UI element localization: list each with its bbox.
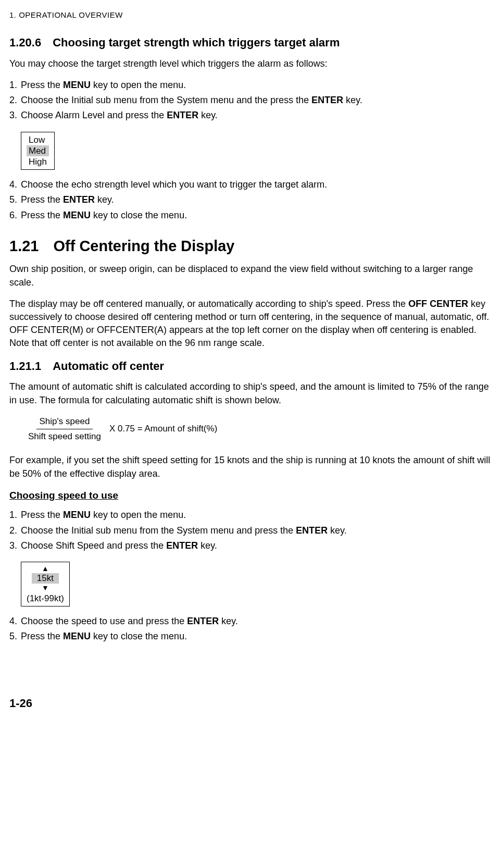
formula-rest: X 0.75 = Amount of shift(%) xyxy=(109,423,217,435)
steps-list-1: Press the MENU key to open the menu. Cho… xyxy=(9,79,495,122)
formula-numerator: Ship's speed xyxy=(36,415,93,429)
list-item: Choose the echo strength level which you… xyxy=(9,178,495,191)
fraction: Ship's speed Shift speed setting xyxy=(25,415,104,443)
shift-formula: Ship's speed Shift speed setting X 0.75 … xyxy=(25,415,495,443)
section-num: 1.21 xyxy=(9,236,39,257)
list-item: Press the MENU key to close the menu. xyxy=(9,630,495,643)
section-title: Automatic off center xyxy=(53,360,164,373)
option-high: High xyxy=(27,156,49,167)
section-1-20-6-heading: 1.20.6Choosing target strength which tri… xyxy=(9,35,495,51)
intro-text: You may choose the target strength level… xyxy=(9,57,495,70)
section-num: 1.20.6 xyxy=(9,35,41,51)
alarm-level-options: Low Med High xyxy=(21,132,55,170)
option-low: Low xyxy=(27,134,49,145)
option-med-selected: Med xyxy=(27,145,49,156)
list-item: Press the ENTER key. xyxy=(9,193,495,206)
paragraph: The amount of automatic shift is calcula… xyxy=(9,380,495,406)
list-item: Choose the Initial sub menu from the Sys… xyxy=(9,94,495,107)
paragraph: Own ship position, or sweep origin, can … xyxy=(9,263,495,289)
list-item: Press the MENU key to open the menu. xyxy=(9,79,495,92)
arrow-up-icon: ▲ xyxy=(42,564,49,573)
list-item: Choose Alarm Level and press the ENTER k… xyxy=(9,109,495,122)
shift-speed-spinner: ▲ 15kt ▼ (1kt-99kt) xyxy=(21,562,70,607)
steps-list-3: Press the MENU key to open the menu. Cho… xyxy=(9,509,495,552)
choosing-speed-subtitle: Choosing speed to use xyxy=(9,489,495,503)
page-number: 1-26 xyxy=(9,696,495,712)
formula-denominator: Shift speed setting xyxy=(25,429,104,443)
list-item: Choose Shift Speed and press the ENTER k… xyxy=(9,539,495,552)
paragraph: The display may be off centered manually… xyxy=(9,298,495,350)
section-1-21-heading: 1.21Off Centering the Display xyxy=(9,236,495,257)
steps-list-4: Choose the speed to use and press the EN… xyxy=(9,615,495,643)
section-title: Choosing target strength which triggers … xyxy=(53,36,339,49)
list-item: Press the MENU key to open the menu. xyxy=(9,509,495,522)
page-header: 1. OPERATIONAL OVERVIEW xyxy=(9,9,495,20)
list-item: Press the MENU key to close the menu. xyxy=(9,209,495,222)
list-item: Choose the speed to use and press the EN… xyxy=(9,615,495,628)
steps-list-2: Choose the echo strength level which you… xyxy=(9,178,495,222)
section-1-21-1-heading: 1.21.1Automatic off center xyxy=(9,358,495,375)
section-num: 1.21.1 xyxy=(9,358,41,375)
list-item: Choose the Initial sub menu from the Sys… xyxy=(9,524,495,537)
spinner-range: (1kt-99kt) xyxy=(27,593,64,604)
paragraph: For example, if you set the shift speed … xyxy=(9,454,495,480)
arrow-down-icon: ▼ xyxy=(42,584,49,592)
spinner-value: 15kt xyxy=(32,573,59,584)
section-title: Off Centering the Display xyxy=(53,238,234,254)
